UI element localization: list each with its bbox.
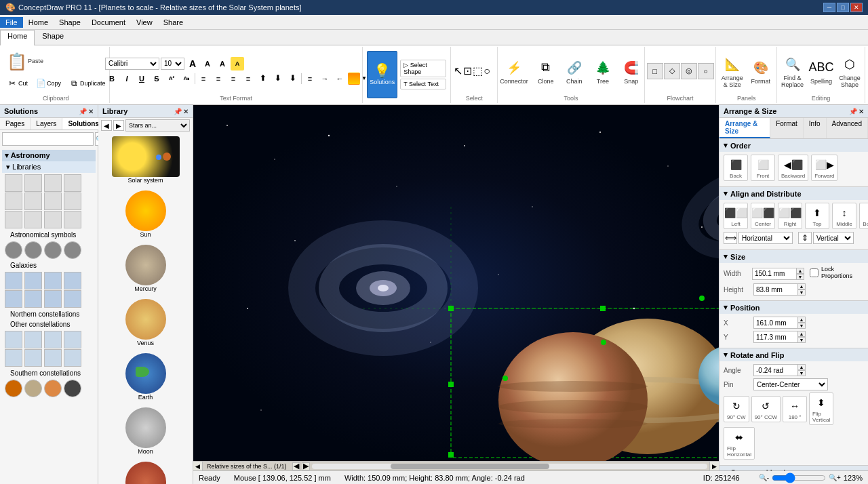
north-const-5[interactable] [5, 290, 22, 308]
north-const-1[interactable] [5, 272, 22, 289]
hscrollbar-track[interactable] [312, 464, 707, 469]
solutions-tab-pages[interactable]: Pages [0, 118, 31, 129]
height-up-btn[interactable]: ▲ [797, 283, 806, 289]
flowchart-shape-1[interactable]: □ [647, 63, 663, 79]
zoom-in-btn[interactable]: 🔍+ [829, 474, 841, 481]
rotate-90cw-btn[interactable]: ↻ 90° CW [724, 396, 749, 422]
astronomical-symbols-item[interactable]: Astronomical symbols [2, 230, 96, 240]
library-close-btn[interactable]: ✕ [183, 108, 189, 115]
library-item-venus[interactable]: Venus [98, 296, 193, 350]
scroll-left-btn[interactable]: ◀ [193, 462, 203, 471]
y-down-btn[interactable]: ▼ [797, 337, 806, 343]
planet-thumb-4[interactable] [64, 380, 81, 397]
align-right-btn[interactable]: ⬜⬛ Right [778, 203, 802, 229]
astro-sym-8[interactable] [64, 193, 81, 210]
font-color-btn[interactable]: A [216, 57, 229, 70]
astro-sym-6[interactable] [24, 193, 42, 210]
flip-v-btn[interactable]: ⬍ FlipVertical [809, 392, 833, 425]
align-left-btn[interactable]: ≡ [197, 72, 210, 85]
library-forward-btn[interactable]: ▶ [113, 120, 124, 131]
pin-select[interactable]: Center-Center [753, 378, 828, 390]
menu-home[interactable]: Home [23, 17, 54, 28]
chain-btn[interactable]: 🔗 Chain [561, 55, 588, 87]
font-family-select[interactable]: Calibri [105, 58, 159, 70]
back-btn[interactable]: ⬛ Back [724, 155, 748, 181]
library-item-mercury[interactable]: Mercury [98, 241, 193, 296]
solutions-close-btn[interactable]: ✕ [88, 108, 94, 115]
hscrollbar-thumb[interactable] [391, 464, 549, 469]
solutions-btn[interactable]: 💡 Solutions [367, 51, 397, 98]
north-const-7[interactable] [44, 290, 62, 308]
arrange-tab-format[interactable]: Format [770, 118, 804, 138]
solutions-tab-layers[interactable]: Layers [31, 118, 62, 129]
angle-up-btn[interactable]: ▲ [797, 364, 806, 370]
forward-btn[interactable]: ⬜▶ Forward [811, 155, 837, 181]
distribute-v-icon[interactable]: ⇕ [798, 232, 812, 244]
canvas[interactable] [193, 105, 719, 461]
select-arrow-icon[interactable]: ↖ [454, 64, 462, 77]
align-top-btn[interactable]: ⬆ [256, 72, 270, 85]
astronomy-header[interactable]: ▾ Astronomy [2, 150, 96, 161]
north-const-3[interactable] [44, 272, 62, 289]
highlight-btn[interactable]: A [231, 57, 244, 70]
astro-sym-1[interactable] [5, 174, 22, 192]
select-text-btn[interactable]: T Select Text [400, 79, 446, 89]
vertical-distribute-select[interactable]: Vertical [813, 232, 854, 244]
zoom-slider[interactable] [772, 475, 826, 481]
font-size-select[interactable]: 10 [161, 58, 184, 70]
align-center-btn[interactable]: ⬜⬛ Center [751, 203, 775, 229]
tree-btn[interactable]: 🌲 Tree [589, 55, 616, 87]
solutions-search-input[interactable] [2, 132, 94, 146]
select-circle-icon[interactable]: ○ [484, 65, 490, 77]
x-input[interactable] [753, 317, 797, 329]
south-const-6[interactable] [24, 349, 42, 367]
x-down-btn[interactable]: ▼ [797, 323, 806, 329]
north-const-2[interactable] [24, 272, 42, 289]
menu-view[interactable]: View [131, 17, 158, 28]
height-input[interactable] [753, 283, 797, 296]
align-top-btn[interactable]: ⬆ Top [805, 203, 829, 229]
select-lasso-icon[interactable]: ⊡ [463, 64, 472, 77]
minimize-btn[interactable]: ─ [823, 3, 835, 12]
south-const-4[interactable] [64, 331, 81, 348]
planet-thumb-2[interactable] [24, 380, 42, 397]
solutions-pin-btn[interactable]: 📌 [79, 108, 87, 115]
arrange-close-btn[interactable]: ✕ [859, 108, 864, 115]
distribute-h-icon[interactable]: ⟺ [724, 232, 737, 244]
ribbon-tab-shape[interactable]: Shape [35, 30, 71, 45]
find-replace-btn[interactable]: 🔍 Find &Replace [778, 52, 806, 91]
galaxy-3[interactable] [44, 241, 62, 259]
cut-btn[interactable]: ✂ Cut [3, 76, 31, 91]
menu-file[interactable]: File [0, 17, 23, 28]
clone-btn[interactable]: ⧉ Clone [532, 55, 559, 87]
angle-down-btn[interactable]: ▼ [797, 370, 806, 376]
close-btn[interactable]: ✕ [850, 3, 863, 12]
south-const-1[interactable] [5, 331, 22, 348]
astro-sym-10[interactable] [24, 211, 42, 228]
x-up-btn[interactable]: ▲ [797, 317, 806, 323]
ribbon-tab-home[interactable]: Home [0, 30, 35, 45]
galaxy-4[interactable] [64, 241, 81, 259]
astro-sym-7[interactable] [44, 193, 62, 210]
connector-btn[interactable]: ⚡ Connector [497, 55, 531, 87]
rotate-180-btn[interactable]: ↔ 180 ° [783, 396, 807, 422]
north-const-8[interactable] [64, 290, 81, 308]
width-input[interactable] [752, 268, 796, 280]
library-item-mars[interactable]: Mars [98, 458, 193, 484]
y-up-btn[interactable]: ▲ [797, 331, 806, 337]
snap-btn[interactable]: 🧲 Snap [618, 55, 645, 87]
underline-btn[interactable]: U [135, 72, 149, 85]
bold-btn[interactable]: B [105, 72, 119, 85]
rotate-90ccw-btn[interactable]: ↺ 90° CCW [751, 396, 781, 422]
align-center-btn[interactable]: ≡ [212, 72, 225, 85]
align-bottom-btn[interactable]: ⬇ Bottom [859, 203, 868, 229]
align-middle-btn[interactable]: ↕ Middle [832, 203, 856, 229]
libraries-header[interactable]: ▾ Libraries [2, 161, 96, 173]
width-up-btn[interactable]: ▲ [796, 268, 804, 274]
size-header[interactable]: ▾ Size [719, 250, 868, 263]
galaxy-2[interactable] [24, 241, 42, 259]
y-input[interactable] [753, 331, 797, 343]
lock-proportions-check[interactable] [810, 268, 818, 277]
align-header[interactable]: ▾ Align and Distribute [719, 187, 868, 200]
astro-sym-3[interactable] [44, 174, 62, 192]
